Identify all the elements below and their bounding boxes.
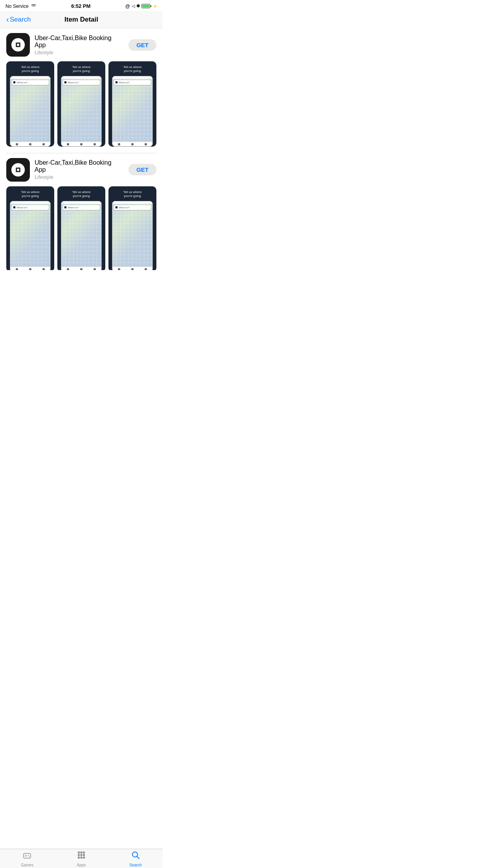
where-to-bar-3: Where to? [114,80,151,85]
phone-mockup-5: Where to? [61,201,102,270]
where-to-text-2: Where to? [68,81,79,84]
where-to-bar-2: Where to? [63,80,100,85]
svg-rect-5 [17,169,19,171]
phone-bottom-tabs-1 [10,142,50,146]
back-label: Search [10,16,31,24]
page-title: Item Detail [44,16,119,24]
screenshot-2-3: Tell us whereyou're going Where to? [108,186,156,270]
back-button[interactable]: ‹ Search [6,15,44,24]
svg-rect-2 [17,44,19,46]
phone-mockup-1: Where to? [10,76,51,147]
screenshot-header-2: Tell us whereyou're going [70,61,93,76]
map-area-3: Where to? [112,79,152,142]
screenshot-2-1: Tell us whereyou're going Where to? [6,186,54,270]
get-button-1[interactable]: GET [128,39,156,51]
phone-bottom-tabs-4 [10,267,50,270]
app-info-2: Uber-Car,Taxi,Bike Booking App Lifestyle [35,159,124,180]
map-area-6: Where to? [112,204,152,267]
screenshot-1-2: Tell us whereyou're going Where to? [57,61,105,147]
status-right: @ ◁ ✱ ⚡ [125,4,157,9]
back-chevron-icon: ‹ [6,15,9,24]
app-name-1: Uber-Car,Taxi,Bike Booking App [35,35,124,49]
status-time: 6:52 PM [71,3,90,9]
screenshot-header-6: Tell us whereyou're going [121,186,144,201]
map-area-4: Where to? [10,204,50,267]
app-item-1: Uber-Car,Taxi,Bike Booking App Lifestyle… [0,28,163,61]
phone-bottom-tabs-6 [112,267,152,270]
map-area-5: Where to? [61,204,101,267]
where-to-text-6: Where to? [119,206,130,209]
screenshot-header-5: Tell us whereyou're going [70,186,93,201]
phone-bottom-tabs-2 [61,142,101,146]
where-to-text-1: Where to? [17,81,28,84]
screenshots-row-1: Tell us whereyou're going Where to? Tell… [0,61,163,153]
where-to-bar-5: Where to? [63,205,100,210]
app-category-2: Lifestyle [35,174,124,180]
phone-mockup-6: Where to? [112,201,153,270]
screenshots-row-2: Tell us whereyou're going Where to? Tell… [0,186,163,270]
status-left: No Service [6,4,37,9]
screenshot-header-4: Tell us whereyou're going [19,186,42,201]
scroll-content: Uber-Car,Taxi,Bike Booking App Lifestyle… [0,28,163,270]
phone-mockup-3: Where to? [112,76,153,147]
phone-bottom-tabs-5 [61,267,101,270]
app-icon-1 [6,33,30,57]
where-to-text-4: Where to? [17,206,28,209]
where-to-bar-6: Where to? [114,205,151,210]
app-item-2: Uber-Car,Taxi,Bike Booking App Lifestyle… [0,153,163,186]
screenshot-1-3: Tell us whereyou're going Where to? [108,61,156,147]
phone-mockup-4: Where to? [10,201,51,270]
screenshot-2-2: Tell us whereyou're going Where to? [57,186,105,270]
app-name-2: Uber-Car,Taxi,Bike Booking App [35,159,124,173]
app-icon-2 [6,158,30,182]
charging-icon: ⚡ [153,4,157,8]
app-info-1: Uber-Car,Taxi,Bike Booking App Lifestyle [35,35,124,55]
where-to-text-5: Where to? [68,206,79,209]
nav-header: ‹ Search Item Detail [0,11,163,28]
phone-bottom-tabs-3 [112,142,152,146]
screenshot-header-3: Tell us whereyou're going [121,61,144,76]
map-area-2: Where to? [61,79,101,142]
screenshot-header-1: Tell us whereyou're going [19,61,42,76]
where-to-text-3: Where to? [119,81,130,84]
location-icon: ◁ [132,4,135,9]
battery-indicator [141,4,151,8]
map-area-1: Where to? [10,79,50,142]
carrier-text: No Service [6,4,29,9]
wifi-icon [31,4,37,9]
where-to-bar-4: Where to? [12,205,49,210]
bluetooth-icon: ✱ [136,4,140,9]
screenshot-1-1: Tell us whereyou're going Where to? [6,61,54,147]
phone-mockup-2: Where to? [61,76,102,147]
status-bar: No Service 6:52 PM @ ◁ ✱ ⚡ [0,0,163,11]
app-category-1: Lifestyle [35,50,124,55]
at-icon: @ [125,4,130,9]
where-to-bar-1: Where to? [12,80,49,85]
get-button-2[interactable]: GET [128,164,156,175]
